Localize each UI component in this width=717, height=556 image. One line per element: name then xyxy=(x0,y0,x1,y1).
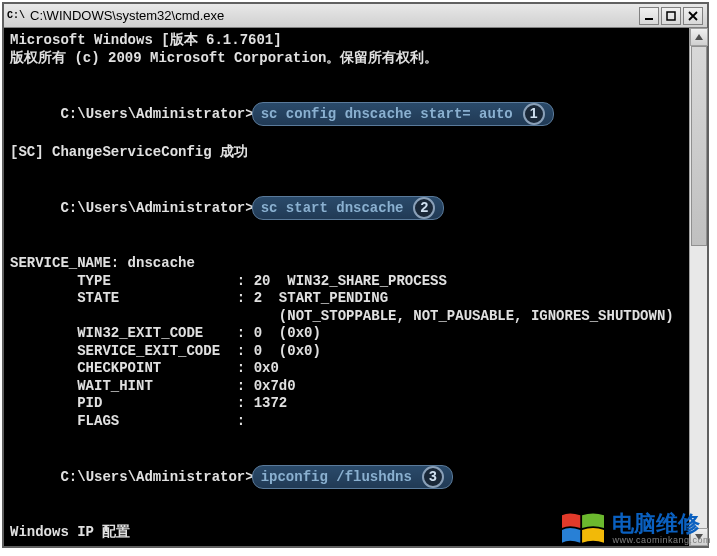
command-line-1: C:\Users\Administrator>sc config dnscach… xyxy=(10,85,701,144)
vertical-scrollbar[interactable] xyxy=(689,28,707,546)
window-title: C:\WINDOWS\system32\cmd.exe xyxy=(30,8,639,23)
service-wait-hint: WAIT_HINT : 0x7d0 xyxy=(10,378,701,396)
prompt: C:\Users\Administrator> xyxy=(60,469,253,485)
service-exit-code: SERVICE_EXIT_CODE : 0 (0x0) xyxy=(10,343,701,361)
scroll-thumb[interactable] xyxy=(691,46,707,246)
minimize-button[interactable] xyxy=(639,7,659,25)
command-highlight-3: ipconfig /flushdns3 xyxy=(252,465,453,489)
command-line-2: C:\Users\Administrator>sc start dnscache… xyxy=(10,179,701,238)
watermark: 电脑维修 www.caominkang.com xyxy=(560,508,711,550)
copyright-line: 版权所有 (c) 2009 Microsoft Corporation。保留所有… xyxy=(10,50,701,68)
prompt: C:\Users\Administrator> xyxy=(60,106,253,122)
cmd-icon: C:\ xyxy=(8,9,24,23)
service-flags: FLAGS : xyxy=(10,413,701,431)
command-line-3: C:\Users\Administrator>ipconfig /flushdn… xyxy=(10,448,701,507)
command-highlight-1: sc config dnscache start= auto1 xyxy=(252,102,554,126)
prompt: C:\Users\Administrator> xyxy=(60,200,253,216)
service-state-flags: (NOT_STOPPABLE, NOT_PAUSABLE, IGNORES_SH… xyxy=(10,308,701,326)
scroll-up-button[interactable] xyxy=(690,28,708,46)
cmd-window: C:\ C:\WINDOWS\system32\cmd.exe Microsof… xyxy=(2,2,709,548)
titlebar[interactable]: C:\ C:\WINDOWS\system32\cmd.exe xyxy=(4,4,707,28)
maximize-button[interactable] xyxy=(661,7,681,25)
service-pid: PID : 1372 xyxy=(10,395,701,413)
step-badge-1: 1 xyxy=(523,103,545,125)
service-state: STATE : 2 START_PENDING xyxy=(10,290,701,308)
terminal-area[interactable]: Microsoft Windows [版本 6.1.7601] 版权所有 (c)… xyxy=(4,28,707,546)
service-name: SERVICE_NAME: dnscache xyxy=(10,255,701,273)
step-badge-3: 3 xyxy=(422,466,444,488)
windows-logo-icon xyxy=(560,508,606,550)
service-checkpoint: CHECKPOINT : 0x0 xyxy=(10,360,701,378)
command-highlight-2: sc start dnscache2 xyxy=(252,196,445,220)
svg-rect-0 xyxy=(645,18,653,20)
service-win32-exit: WIN32_EXIT_CODE : 0 (0x0) xyxy=(10,325,701,343)
service-type: TYPE : 20 WIN32_SHARE_PROCESS xyxy=(10,273,701,291)
result-1: [SC] ChangeServiceConfig 成功 xyxy=(10,144,701,162)
window-controls xyxy=(639,7,703,25)
header-line: Microsoft Windows [版本 6.1.7601] xyxy=(10,32,701,50)
watermark-title: 电脑维修 xyxy=(612,513,700,535)
close-button[interactable] xyxy=(683,7,703,25)
svg-rect-1 xyxy=(667,12,675,20)
watermark-subtitle: www.caominkang.com xyxy=(612,535,711,545)
step-badge-2: 2 xyxy=(413,197,435,219)
watermark-text: 电脑维修 www.caominkang.com xyxy=(612,513,711,545)
